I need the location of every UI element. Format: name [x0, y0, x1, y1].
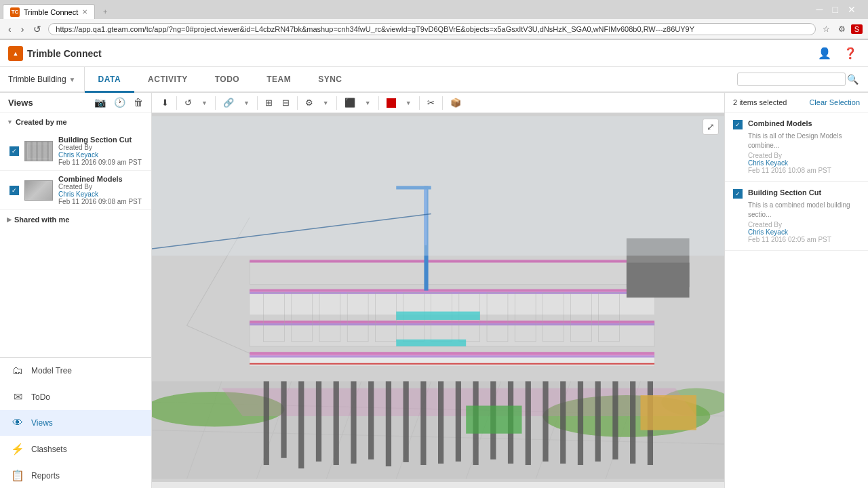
svg-rect-43 [250, 289, 654, 292]
view-author-1[interactable]: Chris Keyack [58, 151, 144, 159]
back-btn[interactable]: ‹ [5, 22, 14, 36]
right-item-desc-section: This is a combined model building sectio… [748, 201, 860, 220]
vt-sep-2 [215, 96, 216, 110]
expand-viewport-btn[interactable]: ⤢ [703, 119, 719, 135]
right-item-checkbox-combined[interactable] [733, 120, 743, 129]
sidebar-item-clashsets[interactable]: ⚡ Clashsets [0, 436, 151, 462]
svg-rect-38 [250, 355, 654, 357]
view-author-2[interactable]: Chris Keyack [58, 190, 144, 198]
vt-clip-btn[interactable]: ⬛ [340, 96, 359, 110]
tab-sync[interactable]: SYNC [304, 67, 355, 93]
svg-rect-46 [250, 260, 654, 262]
vt-rotate-dropdown[interactable]: ▼ [197, 98, 212, 108]
active-tab[interactable]: TC Trimble Connect ✕ [3, 4, 95, 19]
viewport-toolbar: ⬇ ↺ ▼ 🔗 ▼ ⊞ ⊟ ⚙ ▼ ⬛ ▼ ▼ ✂ [152, 93, 724, 113]
vt-rotate-btn[interactable]: ↺ [180, 96, 196, 110]
views-delete-btn[interactable]: 🗑 [131, 96, 146, 109]
right-item-author-section[interactable]: Chris Keyack [748, 228, 788, 236]
right-item-author-combined[interactable]: Chris Keyack [748, 159, 788, 167]
right-panel-header: 2 items selected Clear Selection [725, 93, 868, 113]
clashsets-icon: ⚡ [11, 443, 24, 455]
vt-grid-btn[interactable]: ⊟ [278, 96, 294, 110]
forward-btn[interactable]: › [18, 22, 27, 36]
maximize-btn[interactable]: □ [829, 3, 842, 16]
browser-chrome: TC Trimble Connect ✕ + ─ □ ✕ ‹ › ↺ ☆ ⚙ S [0, 0, 868, 40]
items-selected-label: 2 items selected [733, 98, 787, 106]
vt-measure-dropdown[interactable]: ▼ [319, 98, 333, 108]
tab-activity[interactable]: ACTIVITY [134, 67, 201, 93]
vt-section-btn[interactable]: ✂ [423, 96, 439, 110]
search-btn[interactable]: 🔍 [846, 73, 860, 86]
vt-layout-btn[interactable]: ⊞ [261, 96, 277, 110]
right-panel-item-combined: Combined Models This is all of the Desig… [725, 113, 868, 182]
3d-scene[interactable]: ⤢ [152, 113, 724, 482]
vt-color-dropdown[interactable]: ▼ [401, 98, 416, 108]
svg-rect-61 [627, 263, 690, 298]
search-input[interactable] [737, 73, 846, 86]
svg-line-71 [186, 325, 250, 353]
close-btn[interactable]: ✕ [844, 3, 860, 16]
logo-icon: ▲ [8, 46, 23, 61]
svg-rect-13 [264, 382, 269, 466]
view-item-building-section[interactable]: Building Section Cut Created By Chris Ke… [0, 131, 151, 171]
vt-download-btn[interactable]: ⬇ [157, 96, 173, 110]
views-history-btn[interactable]: 🕐 [111, 96, 128, 109]
svg-rect-24 [456, 382, 461, 462]
settings-btn[interactable]: ⚙ [835, 23, 848, 35]
user-icon-btn[interactable]: 👤 [815, 44, 834, 62]
vt-sep-7 [419, 96, 420, 110]
tab-team[interactable]: TEAM [253, 67, 304, 93]
vt-object-btn[interactable]: 📦 [446, 96, 465, 110]
app-header: ▲ Trimble Connect 👤 ❓ [0, 40, 868, 67]
view-checkbox-building-section[interactable] [9, 146, 19, 156]
view-date-1: Feb 11 2016 09:09 am PST [58, 159, 144, 166]
right-item-header-section: Building Section Cut [733, 188, 860, 199]
svg-rect-66 [396, 340, 466, 346]
model-tree-icon: 🗂 [11, 365, 24, 377]
url-input[interactable] [48, 23, 815, 35]
sidebar-item-model-tree[interactable]: 🗂 Model Tree [0, 358, 151, 384]
sidebar-item-reports[interactable]: 📋 Reports [0, 462, 151, 488]
sidebar-nav: 🗂 Model Tree ✉ ToDo 👁 Views ⚡ Clashsets … [0, 357, 151, 488]
user-profile-btn[interactable]: S [851, 24, 863, 34]
tab-todo[interactable]: TODO [201, 67, 253, 93]
svg-rect-20 [386, 382, 391, 467]
shared-with-me-header[interactable]: ▶ Shared with me [0, 210, 151, 229]
vt-link-btn[interactable]: 🔗 [219, 96, 238, 110]
refresh-btn[interactable]: ↺ [31, 22, 44, 36]
vt-clip-dropdown[interactable]: ▼ [361, 98, 375, 108]
tab-data[interactable]: DATA [85, 67, 135, 93]
created-by-me-header[interactable]: ▼ Created by me [0, 113, 151, 131]
shared-with-me-arrow: ▶ [7, 216, 12, 223]
vt-color-btn[interactable] [382, 96, 400, 110]
sidebar-item-todo[interactable]: ✉ ToDo [0, 384, 151, 410]
new-tab-btn[interactable]: + [95, 4, 115, 19]
tab-close-btn[interactable]: ✕ [82, 8, 87, 16]
vt-link-dropdown[interactable]: ▼ [239, 98, 254, 108]
view-item-combined-models[interactable]: Combined Models Created By Chris Keyack … [0, 171, 151, 210]
project-selector[interactable]: Trimble Building ▼ [0, 67, 85, 92]
svg-rect-34 [630, 382, 635, 464]
right-item-title-combined: Combined Models [748, 119, 812, 127]
right-item-checkbox-section[interactable] [733, 189, 743, 199]
views-screenshot-btn[interactable]: 📷 [92, 96, 108, 109]
project-name: Trimble Building [8, 75, 66, 84]
vt-sep-6 [378, 96, 379, 110]
bookmark-btn[interactable]: ☆ [820, 23, 833, 35]
app: ▲ Trimble Connect 👤 ❓ Trimble Building ▼… [0, 40, 868, 488]
svg-rect-37 [250, 352, 654, 355]
right-panel: 2 items selected Clear Selection Combine… [724, 93, 868, 488]
sidebar-item-views[interactable]: 👁 Views [0, 410, 151, 436]
viewport: ⬇ ↺ ▼ 🔗 ▼ ⊞ ⊟ ⚙ ▼ ⬛ ▼ ▼ ✂ [152, 93, 724, 488]
view-checkbox-combined-models[interactable] [9, 186, 19, 195]
view-name-combined-models: Combined Models [58, 175, 144, 183]
vt-measure-btn[interactable]: ⚙ [301, 96, 317, 110]
svg-rect-31 [578, 382, 583, 466]
help-icon-btn[interactable]: ❓ [841, 44, 860, 62]
svg-rect-29 [542, 382, 548, 462]
right-item-desc-combined: This is all of the Design Models combine… [748, 131, 860, 150]
svg-rect-72 [152, 116, 724, 256]
minimize-btn[interactable]: ─ [812, 3, 827, 16]
clear-selection-link[interactable]: Clear Selection [809, 98, 860, 106]
sidebar-panel: Views 📷 🕐 🗑 ▼ Created by me [0, 93, 151, 357]
